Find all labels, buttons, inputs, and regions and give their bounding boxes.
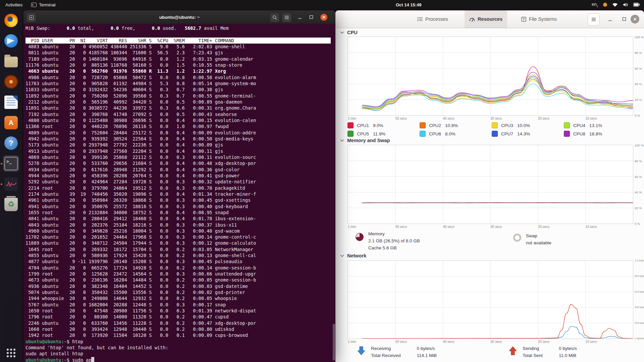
x-axis-label: 30 secs bbox=[490, 225, 502, 229]
maximize-button[interactable] bbox=[307, 12, 316, 22]
input-source-indicator[interactable]: en1 bbox=[592, 2, 598, 8]
system-status-area[interactable]: en1 bbox=[592, 0, 640, 9]
legend-swatch bbox=[492, 122, 498, 128]
cpu-legend-item: CPU714.3% bbox=[492, 131, 564, 137]
running-indicator bbox=[1, 163, 2, 165]
process-row: 1650 root 20 0 47548 20980 11756 S 0.0 0… bbox=[25, 308, 331, 314]
dock-item-help[interactable]: ? bbox=[3, 135, 19, 151]
x-axis-label: 10 secs bbox=[585, 340, 597, 344]
process-row: 1645 root 20 0 269332 18172 15704 S 0.0 … bbox=[25, 246, 331, 252]
y-axis-label: 100 % bbox=[635, 35, 644, 39]
terminal-scrollbar[interactable] bbox=[333, 25, 335, 361]
sending-arrow-icon bbox=[508, 346, 517, 356]
y-axis-label: 80 % bbox=[635, 159, 642, 163]
process-row: 1942 root 20 0 173920 11584 10120 S 0.0 … bbox=[25, 332, 331, 338]
process-row: 4934 ubuntu 20 0 617616 28948 21292 S 0.… bbox=[25, 167, 331, 173]
search-button[interactable] bbox=[270, 12, 280, 22]
legend-cpu-name: CPU2 bbox=[429, 123, 441, 128]
app-menu[interactable]: Terminal bbox=[31, 2, 55, 7]
y-axis-label: 0 bytes/s bbox=[635, 337, 644, 340]
dock-item-files[interactable] bbox=[3, 53, 19, 69]
process-row: 7189 ubuntu 20 0 1460184 93696 64916 S 0… bbox=[25, 56, 331, 62]
process-row: 7192 ubuntu 20 0 398768 41748 27092 S 0.… bbox=[25, 111, 331, 117]
x-axis-label: 40 secs bbox=[443, 340, 454, 344]
ubuntu-software-icon: A bbox=[4, 116, 18, 129]
minimize-button[interactable] bbox=[295, 12, 305, 22]
tab-processes[interactable]: Processes bbox=[413, 10, 453, 28]
swap-info: Swap not available bbox=[513, 232, 551, 246]
activities-button[interactable]: Activities bbox=[5, 2, 22, 7]
x-axis-label: 50 secs bbox=[395, 117, 407, 120]
monitor-minimize-button[interactable] bbox=[604, 13, 616, 25]
legend-cpu-name: CPU6 bbox=[429, 131, 441, 136]
x-axis-label: 50 secs bbox=[395, 340, 407, 344]
legend-swatch bbox=[347, 131, 354, 137]
dock-item-terminal[interactable]: >_ bbox=[3, 156, 19, 172]
processes-icon bbox=[417, 17, 423, 21]
process-row: 4877 ubuntu 9 -11 1939796 20140 15208 S … bbox=[25, 258, 331, 264]
dock-item-thunderbird[interactable] bbox=[3, 33, 19, 49]
cpu-legend-item: CPU310.0% bbox=[492, 122, 564, 128]
y-axis-label: 20 % bbox=[635, 98, 642, 102]
show-applications-button[interactable] bbox=[7, 349, 15, 360]
swap-summary-line: MiB Swap: 0.0 total, 0.0 free, 0.0 used.… bbox=[25, 25, 331, 31]
x-axis-label: 10 secs bbox=[585, 117, 597, 120]
dock-item-trash[interactable]: ♻ bbox=[3, 196, 19, 213]
dock-item-libreoffice-writer[interactable] bbox=[3, 94, 19, 110]
legend-swatch bbox=[564, 131, 570, 137]
process-row: 4855 ubuntu 20 0 580936 17924 15420 S 0.… bbox=[25, 252, 331, 258]
y-axis-label: 1.0 KiB/s bbox=[635, 259, 644, 262]
memory-value: 2.1 GB (26.5%) of 8.0 GB bbox=[368, 237, 420, 244]
dock-item-firefox[interactable] bbox=[3, 12, 19, 28]
process-row: 2214 root 20 0 379700 24864 19512 S 0.0 … bbox=[25, 185, 331, 191]
y-axis-label: 204 bytes/s bbox=[635, 321, 644, 324]
new-tab-button[interactable] bbox=[26, 12, 36, 22]
process-row: 4663 ubuntu 20 0 562760 91976 55860 R 11… bbox=[25, 68, 331, 74]
x-axis-label: 30 secs bbox=[490, 340, 502, 344]
cpu-section-title: CPU bbox=[347, 30, 358, 35]
swap-label: Swap bbox=[526, 232, 551, 239]
CPU1-line bbox=[362, 67, 633, 111]
total-received-label: Total Received bbox=[371, 352, 401, 359]
help-icon: ? bbox=[4, 136, 18, 150]
monitor-maximize-button[interactable] bbox=[619, 13, 630, 25]
legend-cpu-value: 8.0% bbox=[445, 131, 455, 136]
y-axis-label: 80 % bbox=[635, 51, 642, 55]
dock-item-rhythmbox[interactable] bbox=[3, 74, 19, 90]
network-chart: 1 min50 secs40 secs30 secs20 secs10 secs… bbox=[347, 260, 633, 339]
dock-item-ubuntu-software[interactable]: A bbox=[3, 115, 19, 131]
scrollbar-thumb[interactable] bbox=[333, 324, 335, 361]
process-row: 11891 ubuntu 20 0 3038572 44236 33972 S … bbox=[25, 105, 331, 111]
process-row: 1668 root 20 0 393424 12948 10440 S 0.0 … bbox=[25, 326, 331, 332]
sending-value: 0 bytes/s bbox=[559, 345, 577, 352]
monitor-menu-button[interactable] bbox=[588, 13, 600, 25]
dock-item-system-monitor[interactable] bbox=[3, 176, 19, 192]
y-axis-label: 0 % bbox=[635, 114, 640, 117]
network-section-header[interactable]: Network bbox=[340, 253, 366, 258]
process-row: 4936 ubuntu 20 0 382348 16404 14452 S 0.… bbox=[25, 283, 331, 289]
terminal-titlebar[interactable]: ubuntu@ubuntu: ~ ✕ bbox=[23, 10, 335, 24]
terminal-content[interactable]: MiB Swap: 0.0 total, 0.0 free, 0.0 used.… bbox=[23, 24, 335, 362]
process-row: 4784 ubuntu 20 0 665276 17724 14928 S 0.… bbox=[25, 265, 331, 271]
CPU5-line bbox=[362, 79, 633, 109]
monitor-headerbar[interactable]: Processes Resources File Systems bbox=[335, 10, 644, 28]
process-row: 4913 ubuntu 20 0 2937948 27560 22204 S 0… bbox=[25, 148, 331, 154]
tab-resources[interactable]: Resources bbox=[465, 10, 507, 28]
y-axis-label: 60 % bbox=[635, 175, 642, 179]
cpu-section-header[interactable]: CPU bbox=[340, 30, 358, 35]
tab-file-systems[interactable]: File Systems bbox=[517, 10, 561, 28]
file-systems-icon bbox=[521, 17, 526, 22]
process-row: 4986 ubuntu 20 0 728720 65088 50472 S 0.… bbox=[25, 74, 331, 80]
battery-icon bbox=[633, 3, 640, 7]
monitor-close-button[interactable]: ✕ bbox=[631, 15, 639, 23]
memory-label: Memory bbox=[368, 230, 420, 237]
x-axis-label: 20 secs bbox=[538, 340, 549, 344]
x-axis-label: 10 secs bbox=[585, 225, 597, 229]
memory-section-header[interactable]: Memory and Swap bbox=[340, 138, 390, 143]
sending-info: Sending Total Sent 0 bytes/s 11.0 MiB bbox=[508, 345, 577, 359]
process-row: 4944 ubuntu 20 0 458396 28208 20764 S 0.… bbox=[25, 173, 331, 179]
cpu-legend: CPU19.0%CPU210.8%CPU310.0%CPU413.1%CPU51… bbox=[347, 122, 636, 137]
close-button[interactable]: ✕ bbox=[320, 14, 327, 21]
menu-button[interactable] bbox=[282, 12, 292, 22]
clock[interactable]: Oct 14 15:49 bbox=[396, 0, 422, 9]
